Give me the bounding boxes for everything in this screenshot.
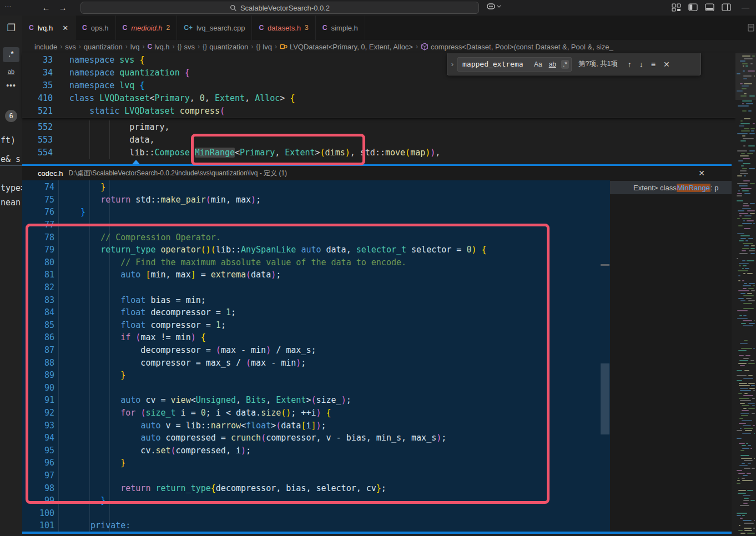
breadcrumb-item[interactable]: include <box>34 43 57 51</box>
line-number: 80 <box>22 257 54 267</box>
line-number: 33 <box>22 55 53 65</box>
code-line-89: 89 } <box>22 369 600 382</box>
namespace-icon: {} <box>256 43 260 50</box>
peek-close-icon[interactable]: ✕ <box>698 166 705 180</box>
tab-ops.h[interactable]: Cops.h <box>75 16 115 40</box>
breadcrumb: include›svs›quantization›lvq›Clvq.h›{}sv… <box>22 40 756 53</box>
c-file-icon: C <box>82 24 87 32</box>
tab-label: lvq_search.cpp <box>196 24 245 32</box>
breadcrumb-separator: › <box>79 43 81 50</box>
chevron-down-icon <box>497 5 501 8</box>
search-icon <box>230 4 237 12</box>
more-actions-icon[interactable]: ••• <box>0 81 22 90</box>
breadcrumb-item[interactable]: svs <box>65 43 76 51</box>
code-line-552: 552 primary, <box>22 120 735 133</box>
window-menu-icon[interactable]: ⋯ <box>4 3 12 11</box>
line-number: 81 <box>22 270 54 280</box>
breadcrumb-separator: › <box>60 43 62 50</box>
toggle-panel-icon[interactable] <box>705 3 714 11</box>
line-number: 35 <box>22 80 53 90</box>
find-input[interactable]: mapped_extrema Aa ab .* <box>457 57 572 72</box>
tab-medioid.h[interactable]: Cmedioid.h2 <box>116 16 178 40</box>
problem-count-badge: 2 <box>167 24 170 32</box>
code-line-83: 83 float bias = min; <box>22 294 600 306</box>
code-line-88: 88 compressor = max_s / (max - min); <box>22 356 600 369</box>
regex-icon[interactable]: .* <box>3 47 19 62</box>
breadcrumb-label: svs <box>184 43 195 51</box>
code-line-96: 96 } <box>22 457 600 469</box>
match-case-icon[interactable]: Aa <box>532 60 544 69</box>
find-query[interactable]: mapped_extrema <box>462 60 529 68</box>
notification-badge[interactable]: 6 <box>5 110 17 122</box>
breadcrumb-item[interactable]: LVQDataset<Primary, 0, Extent, Alloc> <box>280 43 413 51</box>
code-line-35: 35namespace lvq { <box>22 79 735 92</box>
breadcrumb-item[interactable]: {}lvq <box>256 43 272 51</box>
copilot-button[interactable] <box>486 2 501 11</box>
code-line-76: 76} <box>22 206 600 219</box>
previous-match-icon[interactable]: ↑ <box>628 60 632 69</box>
line-number: 101 <box>22 520 54 530</box>
tab-lvq.h[interactable]: Clvq.h✕ <box>22 16 75 40</box>
line-number: 98 <box>22 483 54 493</box>
toggle-secondary-sidebar-icon[interactable] <box>722 3 731 11</box>
breadcrumb-label: include <box>34 43 57 51</box>
breadcrumb-item[interactable]: {}svs <box>178 43 195 51</box>
toggle-replace-chevron[interactable]: › <box>447 53 457 75</box>
copilot-icon <box>486 2 496 11</box>
code-line-553: 553 data, <box>22 133 735 146</box>
search-text: ScalableVectorSearch-0.0.2 <box>240 4 330 12</box>
editor-lines: 552 primary,553 data,554 lib::Compose(Mi… <box>22 120 735 159</box>
class-symbol-icon <box>280 43 288 50</box>
line-number: 82 <box>22 282 54 292</box>
editor-actions-icon[interactable] <box>747 24 755 32</box>
breadcrumb-item[interactable]: lvq <box>130 43 140 51</box>
back-arrow-icon[interactable]: ← <box>40 2 52 14</box>
peek-title-bar[interactable]: codec.h D:\桌面\ScalableVectorSearch-0.0.2… <box>22 166 732 180</box>
clipped-text: nean... <box>1 198 22 208</box>
minimize-button[interactable]: — <box>742 3 749 12</box>
code-line-91: 91 auto cv = view<Unsigned, Bits, Extent… <box>22 394 600 407</box>
scrollbar-thumb[interactable] <box>601 363 609 434</box>
tab-lvq_search.cpp[interactable]: C+lvq_search.cpp <box>177 16 252 40</box>
code-line-97: 97 <box>22 469 600 482</box>
peek-code-editor[interactable]: 74 }75 return std::make_pair(min, max);7… <box>22 180 600 532</box>
titlebar-actions: — <box>672 3 749 12</box>
preserve-case-icon[interactable]: a̲b̲ <box>0 68 22 75</box>
c-file-icon: C <box>147 43 152 50</box>
code-line-94: 94 auto compressed = crunch(compressor, … <box>22 432 600 444</box>
peek-border-bottom <box>22 532 732 534</box>
c-file-icon: C <box>123 24 128 32</box>
peek-scrollbar[interactable] <box>600 180 610 532</box>
breadcrumb-item[interactable]: {}quantization <box>203 43 248 51</box>
close-find-icon[interactable]: ✕ <box>663 60 670 69</box>
reference-match-highlight: MinRange <box>677 184 710 192</box>
find-match-count: 第?项, 共1项 <box>578 59 618 69</box>
breadcrumb-item[interactable]: compress<Dataset, Pool>(const Dataset &,… <box>421 43 613 51</box>
close-tab-icon[interactable]: ✕ <box>62 24 68 32</box>
regex-toggle-icon[interactable]: .* <box>561 60 569 69</box>
whole-word-icon[interactable]: ab <box>547 60 558 69</box>
breadcrumb-item[interactable]: Clvq.h <box>147 43 169 51</box>
forward-arrow-icon[interactable]: → <box>57 2 69 14</box>
code-line-81: 81 auto [min, max] = extrema(data); <box>22 269 600 281</box>
find-in-selection-icon[interactable]: ≡ <box>651 60 656 69</box>
breadcrumb-item[interactable]: quantization <box>84 43 123 51</box>
code-line-100: 100 <box>22 507 600 519</box>
copy-icon[interactable]: ❐ <box>0 22 22 34</box>
code-line-86: 86 if (max != min) { <box>22 331 600 344</box>
tab-datasets.h[interactable]: Cdatasets.h3 <box>252 16 315 40</box>
problem-count-badge: 3 <box>305 24 309 32</box>
peek-lines: 74 }75 return std::make_pair(min, max);7… <box>22 181 600 532</box>
breadcrumb-label: lvq <box>263 43 272 51</box>
breadcrumb-label: quantization <box>84 43 123 51</box>
minimap[interactable] <box>735 53 756 536</box>
next-match-icon[interactable]: ↓ <box>639 60 643 69</box>
code-line-84: 84 float decompressor = 1; <box>22 306 600 319</box>
reference-list-item[interactable]: Extent> class MinRange : p <box>610 181 732 194</box>
line-number: 86 <box>22 332 54 342</box>
tab-simple.h[interactable]: Csimple.h <box>316 16 365 40</box>
toggle-sidebar-icon[interactable] <box>688 3 698 11</box>
command-center-search[interactable]: ScalableVectorSearch-0.0.2 <box>80 2 479 14</box>
customize-layout-icon[interactable] <box>672 3 681 12</box>
line-number: 75 <box>22 195 54 205</box>
